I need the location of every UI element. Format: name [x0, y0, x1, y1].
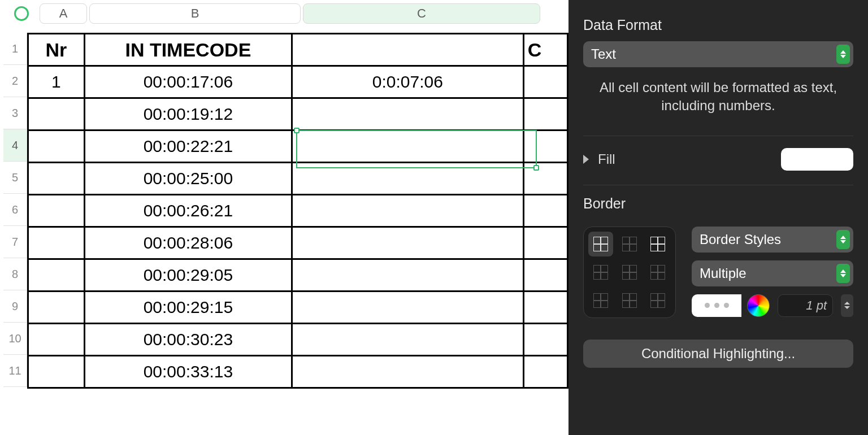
border-line-value: Multiple: [700, 266, 747, 281]
cell[interactable]: [523, 163, 567, 195]
cell[interactable]: [292, 356, 524, 388]
conditional-highlighting-button[interactable]: Conditional Highlighting...: [583, 340, 853, 368]
row-header[interactable]: 8: [3, 258, 27, 290]
row-header[interactable]: 5: [3, 162, 27, 194]
cell[interactable]: [523, 259, 567, 292]
cell[interactable]: [292, 195, 524, 227]
cell[interactable]: 00:00:19:12: [84, 98, 292, 130]
cell[interactable]: [28, 227, 85, 259]
column-header-A[interactable]: A: [40, 3, 87, 24]
cell[interactable]: [523, 324, 567, 356]
cell[interactable]: [28, 130, 85, 163]
table-row: 00:00:25:00: [28, 163, 568, 195]
table-row: 00:00:33:13: [28, 356, 568, 388]
border-top[interactable]: [588, 260, 613, 285]
cell[interactable]: [28, 163, 85, 195]
stepper-icon: [836, 230, 850, 249]
cell[interactable]: 00:00:30:23: [84, 324, 292, 356]
select-all-corner[interactable]: [3, 3, 40, 24]
row-header[interactable]: 2: [3, 65, 27, 97]
fill-color-swatch[interactable]: [781, 148, 853, 171]
cell[interactable]: [292, 227, 524, 259]
ring-icon: [14, 6, 29, 21]
border-width-stepper[interactable]: [841, 294, 853, 317]
cell[interactable]: [28, 324, 85, 356]
row-header[interactable]: 11: [3, 355, 27, 387]
table-row: 00:00:30:23: [28, 324, 568, 356]
header-cell-c[interactable]: [292, 34, 524, 66]
cell[interactable]: 00:00:28:06: [84, 227, 292, 259]
cell[interactable]: 00:00:29:05: [84, 259, 292, 292]
cell[interactable]: 00:00:22:21: [84, 130, 292, 163]
data-format-value: Text: [591, 46, 616, 62]
table-row: 00:00:28:06: [28, 227, 568, 259]
cell[interactable]: [292, 324, 524, 356]
fill-disclosure[interactable]: Fill: [583, 151, 615, 167]
header-cell-in-timecode[interactable]: IN TIMECODE: [84, 34, 292, 66]
table-row: 00:00:22:21: [28, 130, 568, 163]
table-row: 100:00:17:060:0:07:06: [28, 66, 568, 98]
cell[interactable]: 00:00:29:15: [84, 292, 292, 324]
cell[interactable]: [523, 98, 567, 130]
chevron-right-icon: [583, 155, 589, 164]
data-format-title: Data Format: [583, 17, 853, 33]
column-header-B[interactable]: B: [89, 3, 301, 24]
header-cell-nr[interactable]: Nr: [28, 34, 85, 66]
row-header[interactable]: 7: [3, 226, 27, 258]
cell[interactable]: 00:00:33:13: [84, 356, 292, 388]
format-inspector: Data Format Text All cell content will b…: [568, 0, 868, 435]
cell[interactable]: [292, 98, 524, 130]
table-row: 00:00:26:21: [28, 195, 568, 227]
row-header[interactable]: 9: [3, 290, 27, 323]
row-header[interactable]: 4: [3, 129, 27, 162]
stepper-icon: [836, 264, 850, 283]
border-edge-picker: [583, 227, 676, 318]
header-cell-d-partial[interactable]: C: [523, 34, 567, 66]
column-header-C[interactable]: C: [303, 3, 540, 24]
cell[interactable]: [523, 227, 567, 259]
cell[interactable]: 1: [28, 66, 85, 98]
border-bottom[interactable]: [645, 260, 670, 285]
cell[interactable]: 00:00:26:21: [84, 195, 292, 227]
cell[interactable]: [28, 259, 85, 292]
border-right[interactable]: [645, 288, 670, 313]
data-table: Nr IN TIMECODE C 100:00:17:060:0:07:0600…: [27, 33, 568, 389]
cell[interactable]: [292, 163, 524, 195]
border-left[interactable]: [588, 288, 613, 313]
cell[interactable]: [523, 292, 567, 324]
cell[interactable]: [523, 130, 567, 163]
row-header[interactable]: 3: [3, 97, 27, 129]
cell[interactable]: 00:00:17:06: [84, 66, 292, 98]
row-header[interactable]: 10: [3, 323, 27, 355]
border-styles-popup[interactable]: Border Styles: [692, 227, 853, 253]
table-row: 00:00:29:15: [28, 292, 568, 324]
border-outside[interactable]: [645, 232, 670, 256]
border-color-swatch[interactable]: [692, 294, 741, 317]
cell[interactable]: [523, 195, 567, 227]
cell[interactable]: 0:0:07:06: [292, 66, 524, 98]
border-width-field[interactable]: 1 pt: [778, 294, 833, 317]
cell[interactable]: [523, 356, 567, 388]
cell[interactable]: [292, 130, 524, 163]
cell[interactable]: [292, 292, 524, 324]
color-wheel-icon[interactable]: [747, 294, 770, 317]
cell[interactable]: [28, 356, 85, 388]
border-line-popup[interactable]: Multiple: [692, 260, 853, 286]
cell[interactable]: [28, 98, 85, 130]
border-all[interactable]: [588, 232, 613, 256]
border-title: Border: [583, 195, 853, 212]
border-inside[interactable]: [617, 232, 642, 256]
spreadsheet-area: A B C 1234567891011 Nr IN TIMECODE C 100…: [0, 0, 568, 435]
cell[interactable]: [292, 259, 524, 292]
cell[interactable]: [28, 292, 85, 324]
cell[interactable]: 00:00:25:00: [84, 163, 292, 195]
row-header[interactable]: 6: [3, 194, 27, 226]
border-styles-label: Border Styles: [700, 232, 781, 247]
cell[interactable]: [523, 66, 567, 98]
data-format-popup[interactable]: Text: [583, 41, 853, 67]
border-vertical[interactable]: [617, 288, 642, 313]
row-header[interactable]: 1: [3, 33, 27, 65]
data-format-hint: All cell content will be formatted as te…: [583, 79, 853, 130]
cell[interactable]: [28, 195, 85, 227]
border-horizontal[interactable]: [617, 260, 642, 285]
